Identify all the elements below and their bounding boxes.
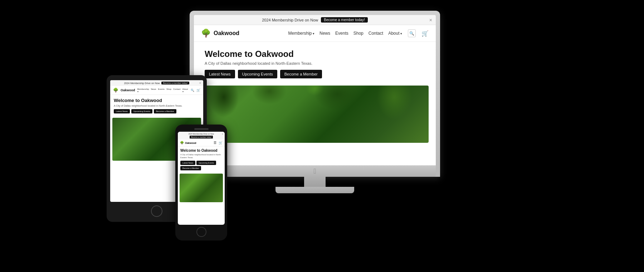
nav-news[interactable]: News bbox=[319, 31, 330, 36]
iphone-banner-button[interactable]: Become a member today! bbox=[190, 136, 213, 139]
imac-neck bbox=[304, 177, 326, 187]
tree-overlay bbox=[201, 86, 429, 143]
apple-logo-icon:  bbox=[313, 167, 316, 175]
logo-tree-icon: 🌳 bbox=[201, 29, 211, 38]
hero-subtitle: A City of Dallas neighborhood located in… bbox=[205, 61, 425, 65]
ipad-close-banner[interactable]: × bbox=[199, 81, 201, 85]
ipad-banner-button[interactable]: Become a member today! bbox=[161, 82, 190, 84]
search-button[interactable]: 🔍 bbox=[408, 29, 416, 37]
nav-events[interactable]: Events bbox=[335, 31, 348, 36]
imac-device: 2024 Membership Drive on Now Become a me… bbox=[190, 11, 440, 193]
ipad-nav-shop[interactable]: Shop bbox=[166, 88, 171, 93]
nav-contact[interactable]: Contact bbox=[369, 31, 383, 36]
imac-stand bbox=[190, 177, 440, 193]
ipad-home-button[interactable] bbox=[151, 205, 162, 217]
become-member-button[interactable]: Become a Member bbox=[280, 70, 322, 78]
iphone-upcoming-events-btn[interactable]: Upcoming Events bbox=[196, 161, 216, 165]
iphone-home-button[interactable] bbox=[196, 227, 206, 237]
site-logo[interactable]: 🌳 Oakwood bbox=[201, 29, 282, 38]
iphone-hero-buttons: Latest News Upcoming Events Become a Mem… bbox=[180, 161, 222, 170]
nav-membership[interactable]: Membership bbox=[288, 31, 314, 36]
ipad-nav-events[interactable]: Events bbox=[158, 88, 165, 93]
site-navigation: 🌳 Oakwood Membership News Events Shop Co… bbox=[194, 25, 436, 42]
nav-links: Membership News Events Shop Contact Abou… bbox=[288, 31, 402, 36]
site-banner: 2024 Membership Drive on Now Become a me… bbox=[194, 15, 436, 25]
ipad-hero-subtitle: A City of Dallas neighborhood located in… bbox=[114, 105, 200, 107]
iphone-banner-text: 2024 Membership Drive on Now bbox=[189, 133, 214, 135]
ipad-banner-text: 2024 Membership Drive on Now bbox=[124, 82, 160, 84]
ipad-nav-about[interactable]: About ▾ bbox=[182, 88, 189, 93]
hero-image bbox=[201, 86, 429, 143]
iphone-hamburger-icon[interactable]: ☰ bbox=[214, 141, 216, 145]
ipad-latest-news-btn[interactable]: Latest News bbox=[114, 109, 130, 113]
imac-chin:  bbox=[194, 165, 436, 177]
imac-screen-border: 2024 Membership Drive on Now Become a me… bbox=[190, 11, 440, 177]
ipad-become-member-btn[interactable]: Become a Member bbox=[154, 109, 176, 113]
iphone-device: 2024 Membership Drive on Now × Become a … bbox=[175, 125, 227, 241]
iphone-hero-subtitle: A City of Dallas neighborhood located in… bbox=[180, 154, 222, 159]
cart-button[interactable]: 🛒 bbox=[421, 30, 429, 37]
iphone-logo-icon: 🌳 bbox=[180, 141, 184, 145]
iphone-close-banner[interactable]: × bbox=[222, 133, 223, 135]
ipad-nav: 🌳 Oakwood Membership ▾ News Events Shop … bbox=[110, 86, 203, 95]
site-name: Oakwood bbox=[214, 30, 239, 37]
imac-base bbox=[275, 187, 354, 193]
become-member-banner-button[interactable]: Become a member today! bbox=[321, 17, 368, 23]
ipad-site-name: Oakwood bbox=[121, 88, 135, 92]
ipad-banner: 2024 Membership Drive on Now Become a me… bbox=[110, 80, 203, 86]
ipad-upcoming-events-btn[interactable]: Upcoming Events bbox=[131, 109, 152, 113]
ipad-logo-icon: 🌳 bbox=[113, 88, 118, 93]
iphone-screen: 2024 Membership Drive on Now × Become a … bbox=[178, 132, 225, 225]
ipad-hero-buttons: Latest News Upcoming Events Become a Mem… bbox=[114, 109, 200, 113]
imac-screen: 2024 Membership Drive on Now Become a me… bbox=[194, 15, 436, 165]
ipad-nav-news[interactable]: News bbox=[151, 88, 156, 93]
close-banner-button[interactable]: × bbox=[429, 17, 432, 23]
ipad-cart-icon[interactable]: 🛒 bbox=[196, 88, 200, 92]
ipad-nav-membership[interactable]: Membership ▾ bbox=[137, 88, 149, 93]
ipad-hero-title: Welcome to Oakwood bbox=[114, 98, 200, 103]
ipad-search-icon[interactable]: 🔍 bbox=[191, 89, 194, 92]
iphone-latest-news-btn[interactable]: Latest News bbox=[180, 161, 195, 165]
ipad-hero: Welcome to Oakwood A City of Dallas neig… bbox=[110, 95, 203, 116]
hero-section: Welcome to Oakwood A City of Dallas neig… bbox=[194, 42, 436, 82]
upcoming-events-button[interactable]: Upcoming Events bbox=[238, 70, 277, 78]
iphone-nav: 🌳 Oakwood ☰ 🛒 bbox=[178, 140, 225, 146]
latest-news-button[interactable]: Latest News bbox=[205, 70, 235, 78]
ipad-nav-contact[interactable]: Contact bbox=[173, 88, 181, 93]
iphone-hero-title: Welcome to Oakwood bbox=[180, 149, 222, 152]
banner-text: 2024 Membership Drive on Now bbox=[262, 18, 318, 22]
iphone-banner: 2024 Membership Drive on Now × Become a … bbox=[178, 132, 225, 140]
iphone-become-member-btn[interactable]: Become a Member bbox=[180, 166, 201, 170]
hero-title: Welcome to Oakwood bbox=[205, 49, 425, 59]
iphone-hero-image bbox=[180, 174, 223, 202]
nav-shop[interactable]: Shop bbox=[353, 31, 364, 36]
iphone-cart-icon[interactable]: 🛒 bbox=[219, 141, 223, 145]
iphone-speaker bbox=[194, 128, 209, 130]
iphone-site-name: Oakwood bbox=[185, 142, 214, 144]
hero-buttons: Latest News Upcoming Events Become a Mem… bbox=[205, 70, 425, 78]
iphone-hero: Welcome to Oakwood A City of Dallas neig… bbox=[178, 146, 225, 172]
nav-about[interactable]: About bbox=[388, 31, 402, 36]
ipad-nav-links: Membership ▾ News Events Shop Contact Ab… bbox=[137, 88, 189, 93]
